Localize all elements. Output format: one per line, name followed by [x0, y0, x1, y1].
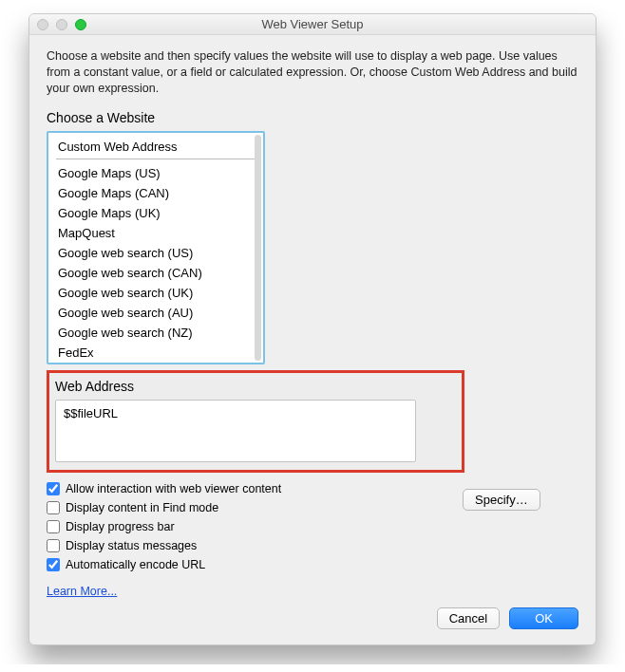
- website-option[interactable]: Google web search (US): [56, 243, 256, 263]
- ok-button[interactable]: OK: [509, 607, 578, 629]
- dialog-footer: Cancel OK: [47, 607, 578, 629]
- website-option[interactable]: Custom Web Address: [56, 137, 256, 157]
- website-list[interactable]: Custom Web Address Google Maps (US) Goog…: [47, 131, 265, 364]
- minimize-window-icon[interactable]: [56, 19, 67, 30]
- website-list-items: Custom Web Address Google Maps (US) Goog…: [48, 133, 263, 364]
- web-address-section: Web Address: [47, 370, 464, 473]
- website-option[interactable]: Google web search (AU): [56, 303, 256, 323]
- cancel-button[interactable]: Cancel: [437, 607, 500, 629]
- choose-website-label: Choose a Website: [47, 110, 578, 125]
- specify-button[interactable]: Specify…: [463, 489, 540, 511]
- option-label: Automatically encode URL: [66, 558, 205, 571]
- checkbox-display-status[interactable]: [47, 539, 60, 552]
- zoom-window-icon[interactable]: [75, 19, 86, 30]
- window-title: Web Viewer Setup: [29, 17, 596, 31]
- dialog-content: Choose a website and then specify values…: [29, 35, 596, 644]
- close-window-icon[interactable]: [37, 19, 48, 30]
- option-display-status[interactable]: Display status messages: [47, 539, 578, 552]
- website-option[interactable]: Google Maps (US): [56, 163, 256, 183]
- list-divider: [56, 159, 256, 159]
- learn-more-link[interactable]: Learn More...: [47, 585, 578, 598]
- web-address-input[interactable]: [55, 400, 416, 462]
- option-label: Display content in Find mode: [66, 501, 218, 514]
- option-label: Display progress bar: [66, 520, 175, 533]
- website-option[interactable]: Google Maps (UK): [56, 203, 256, 223]
- website-option[interactable]: Google web search (CAN): [56, 263, 256, 283]
- website-option[interactable]: Google web search (UK): [56, 283, 256, 303]
- checkbox-auto-encode[interactable]: [47, 558, 60, 571]
- web-address-label: Web Address: [55, 379, 456, 394]
- dialog-window: Web Viewer Setup Choose a website and th…: [28, 13, 597, 645]
- website-option[interactable]: Google web search (NZ): [56, 323, 256, 343]
- website-option[interactable]: FedEx: [56, 343, 256, 363]
- website-option[interactable]: Google Maps (CAN): [56, 183, 256, 203]
- option-label: Allow interaction with web viewer conten…: [66, 482, 281, 495]
- checkbox-display-progress[interactable]: [47, 520, 60, 533]
- website-option[interactable]: MapQuest: [56, 223, 256, 243]
- scrollbar[interactable]: [255, 135, 261, 361]
- website-option[interactable]: Wikipedia: [56, 363, 256, 364]
- titlebar: Web Viewer Setup: [29, 14, 596, 35]
- traffic-lights: [37, 19, 86, 30]
- intro-text: Choose a website and then specify values…: [47, 48, 578, 97]
- checkbox-display-find[interactable]: [47, 501, 60, 514]
- option-display-progress[interactable]: Display progress bar: [47, 520, 578, 533]
- option-label: Display status messages: [66, 539, 197, 552]
- checkbox-allow-interaction[interactable]: [47, 482, 60, 495]
- option-auto-encode[interactable]: Automatically encode URL: [47, 558, 578, 571]
